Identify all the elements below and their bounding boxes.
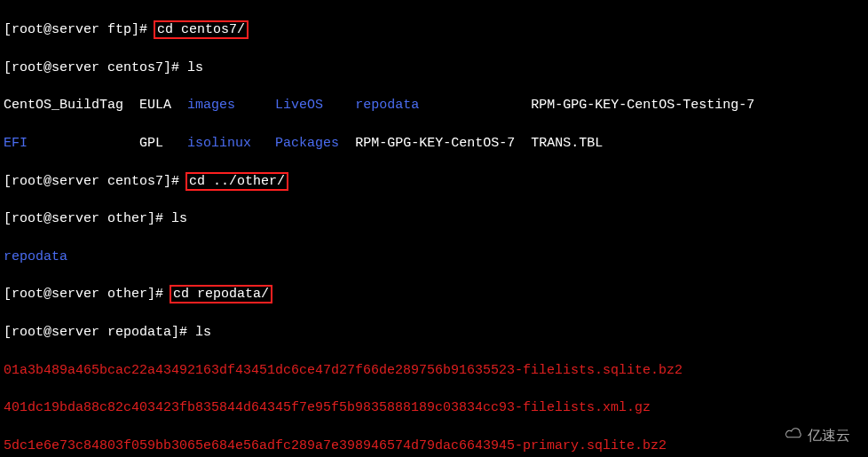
prompt-line: [root@server ftp]# cd centos7/ [4,20,864,39]
watermark: 亿速云 [785,426,850,446]
repo-file: 01a3b489a465bcac22a43492163df43451dc6ce4… [4,361,864,380]
prompt-line: [root@server other]# cd repodata/ [4,285,864,303]
prompt: [root@server centos7]# [4,174,187,189]
ls-item-dir: LiveOS [275,98,323,113]
command: ls [195,325,211,340]
ls-output-row: EFI GPL isolinux Packages RPM-GPG-KEY-Ce… [4,134,864,153]
watermark-label: 亿速云 [808,426,850,446]
ls-item: RPM-GPG-KEY-CentOS-7 [355,136,515,151]
prompt: [root@server other]# [4,211,171,226]
ls-item: TRANS.TBL [531,136,603,151]
prompt: [root@server ftp]# [4,22,155,37]
prompt: [root@server other]# [4,287,171,302]
cloud-icon [785,426,804,446]
command-highlight: cd centos7/ [154,20,249,39]
repo-file: 401dc19bda88c82c403423fb835844d64345f7e9… [4,398,864,417]
prompt: [root@server centos7]# [4,60,187,75]
ls-item-dir: images [187,98,235,113]
prompt-line: [root@server other]# ls [4,209,864,228]
command-highlight: cd repodata/ [170,285,272,303]
ls-item-dir: Packages [275,136,339,151]
ls-item-dir: EFI [4,136,28,151]
ls-item: GPL [139,136,163,151]
ls-item: RPM-GPG-KEY-CentOS-Testing-7 [531,98,754,113]
prompt-line: [root@server repodata]# ls [4,323,864,342]
ls-item-dir: isolinux [187,136,251,151]
prompt-line: [root@server centos7]# ls [4,59,864,77]
ls-item-dir: repodata [355,98,419,113]
ls-item: EULA [139,98,171,113]
command-highlight: cd ../other/ [185,172,288,191]
repo-file: 5dc1e6e73c84803f059bb3065e684e56adfc289a… [4,437,864,455]
ls-output-row: repodata [4,248,864,266]
command: ls [171,211,187,226]
ls-item-dir: repodata [4,249,67,264]
prompt: [root@server repodata]# [4,325,195,340]
ls-output-row: CentOS_BuildTag EULA images LiveOS repod… [4,96,864,114]
terminal-viewport[interactable]: [root@server ftp]# cd centos7/ [root@ser… [0,0,868,457]
prompt-line: [root@server centos7]# cd ../other/ [4,172,864,191]
command: ls [187,60,203,75]
ls-item: CentOS_BuildTag [4,98,123,113]
